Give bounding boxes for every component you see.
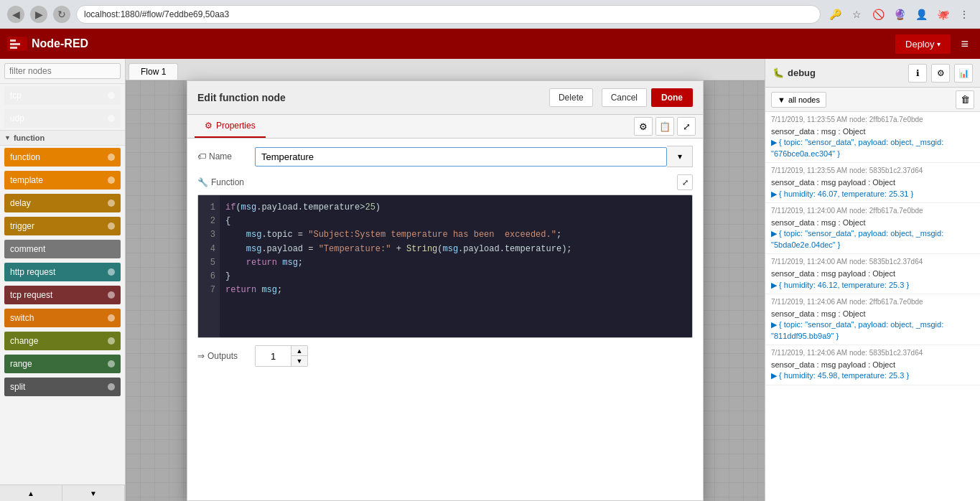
star-icon[interactable]: ☆ — [848, 6, 865, 23]
tab-action-expand[interactable]: ⤢ — [677, 117, 696, 136]
scroll-down-button[interactable]: ▼ — [62, 485, 125, 501]
http-request-node-button[interactable]: http request — [4, 263, 121, 281]
browser-actions: 🔑 ☆ 🚫 🔮 👤 🐙 ⋮ — [826, 6, 973, 23]
line-num-4: 4 — [202, 243, 215, 256]
debug-msg-1-label: sensor_data : msg : Object — [771, 126, 974, 137]
outputs-row: ⇒ Outputs ▲ ▼ — [197, 345, 693, 367]
delay-node-button[interactable]: delay — [4, 194, 121, 212]
key-icon[interactable]: 🔑 — [826, 6, 844, 23]
debug-msg-3-content[interactable]: ▶ { topic: "sensor_data", payload: objec… — [771, 228, 974, 250]
url-bar[interactable]: localhost:1880/#flow/7eddbe69,50aa3 — [76, 5, 821, 24]
refresh-button[interactable]: ↻ — [53, 6, 70, 23]
section-chevron-icon: ▼ — [4, 134, 11, 141]
switch-port-icon — [108, 314, 115, 322]
range-node-button[interactable]: range — [4, 355, 121, 373]
node-item-tcp-request[interactable]: tcp request — [0, 284, 125, 306]
debug-filter-button[interactable]: ⚙ — [931, 64, 950, 83]
code-expand-button[interactable]: ⤢ — [677, 174, 693, 190]
node-item-split[interactable]: split — [0, 375, 125, 398]
outputs-stepper[interactable]: ▲ ▼ — [255, 345, 308, 367]
node-item-delay[interactable]: delay — [0, 192, 125, 215]
trigger-node-button[interactable]: trigger — [4, 217, 121, 235]
github-icon[interactable]: 🐙 — [934, 6, 951, 23]
tab-action-copy[interactable]: 📋 — [655, 117, 674, 136]
debug-msg-4-header: 7/11/2019, 11:24:00 AM node: 5835b1c2.37… — [771, 257, 974, 267]
switch-node-button[interactable]: switch — [4, 309, 121, 327]
tcp-request-node-button[interactable]: tcp request — [4, 286, 121, 304]
debug-messages: 7/11/2019, 11:23:55 AM node: 2ffb617a.7e… — [765, 112, 980, 501]
modal-actions: Delete Cancel Done — [549, 88, 693, 107]
logo-icon — [7, 37, 27, 51]
node-item-http-request[interactable]: http request — [0, 261, 125, 284]
function-node-button[interactable]: function — [4, 148, 121, 167]
node-item-range[interactable]: range — [0, 352, 125, 375]
udp-node-button[interactable]: udp — [4, 109, 121, 128]
trigger-port-icon — [108, 223, 115, 230]
node-item-function[interactable]: function — [0, 146, 125, 169]
hamburger-menu-button[interactable]: ≡ — [956, 34, 973, 55]
node-item-udp[interactable]: udp — [0, 107, 125, 130]
outputs-value-input[interactable] — [256, 346, 291, 366]
debug-msg-2-header: 7/11/2019, 11:23:55 AM node: 5835b1c2.37… — [771, 166, 974, 176]
code-content[interactable]: if(msg.payload.temperature>25) { msg.top… — [220, 195, 692, 337]
outputs-decrement-button[interactable]: ▼ — [291, 356, 307, 366]
change-node-button[interactable]: change — [4, 332, 121, 350]
block-icon[interactable]: 🚫 — [869, 6, 887, 23]
flow-tab[interactable]: Flow 1 — [129, 63, 178, 80]
node-item-switch[interactable]: switch — [0, 306, 125, 329]
back-button[interactable]: ◀ — [7, 6, 24, 23]
node-item-change[interactable]: change — [0, 329, 125, 352]
node-item-trigger[interactable]: trigger — [0, 215, 125, 238]
debug-msg-5-content[interactable]: ▶ { topic: "sensor_data", payload: objec… — [771, 319, 974, 342]
split-node-button[interactable]: split — [4, 378, 121, 396]
debug-chart-button[interactable]: 📊 — [954, 64, 973, 83]
name-suffix-button[interactable]: ▾ — [667, 146, 693, 167]
line-num-2: 2 — [202, 215, 215, 228]
debug-msg-6-content[interactable]: ▶ { humidity: 45.98, temperature: 25.3 } — [771, 370, 974, 381]
debug-info-button[interactable]: ℹ — [908, 64, 927, 83]
more-icon[interactable]: ⋮ — [956, 6, 973, 23]
function-port-icon — [108, 154, 115, 161]
deploy-button[interactable]: Deploy ▾ — [895, 34, 951, 54]
outputs-label: ⇒ Outputs — [197, 351, 255, 361]
filter-icon: ▼ — [778, 95, 785, 104]
node-item-tcp[interactable]: tcp — [0, 84, 125, 107]
comment-node-button[interactable]: comment — [4, 240, 121, 258]
tab-properties-label: Properties — [216, 121, 256, 131]
avatar-icon[interactable]: 👤 — [913, 6, 930, 23]
debug-message-2: 7/11/2019, 11:23:55 AM node: 5835b1c2.37… — [765, 163, 980, 203]
http-request-node-label: http request — [10, 267, 55, 277]
search-input[interactable] — [4, 63, 121, 79]
debug-msg-5-header: 7/11/2019, 11:24:06 AM node: 2ffb617a.7e… — [771, 297, 974, 307]
cancel-button[interactable]: Cancel — [602, 88, 647, 107]
delay-port-icon — [108, 200, 115, 207]
done-button[interactable]: Done — [651, 88, 693, 107]
debug-msg-1-content[interactable]: ▶ { topic: "sensor_data", payload: objec… — [771, 137, 974, 159]
debug-msg-3-label: sensor_data : msg : Object — [771, 217, 974, 228]
node-item-comment[interactable]: comment — [0, 238, 125, 261]
comment-node-label: comment — [10, 244, 45, 254]
split-node-label: split — [10, 382, 25, 392]
name-field-row: 🏷 Name ▾ — [197, 146, 693, 167]
code-editor[interactable]: 1 2 3 4 5 6 7 if(msg.payload.temperature… — [197, 195, 693, 338]
tab-action-settings[interactable]: ⚙ — [634, 117, 653, 136]
debug-msg-4-content[interactable]: ▶ { humidity: 46.12, temperature: 25.3 } — [771, 280, 974, 291]
tcp-node-button[interactable]: tcp — [4, 86, 121, 105]
scroll-up-button[interactable]: ▲ — [0, 485, 62, 501]
template-node-button[interactable]: template — [4, 171, 121, 189]
all-nodes-button[interactable]: ▼ all nodes — [771, 92, 826, 108]
tab-properties[interactable]: ⚙ Properties — [195, 115, 266, 138]
clear-debug-button[interactable]: 🗑 — [956, 90, 974, 109]
section-header-function[interactable]: ▼ function — [0, 130, 125, 146]
debug-msg-2-content[interactable]: ▶ { humidity: 46.07, temperature: 25.31 … — [771, 189, 974, 200]
modal-title: Edit function node — [197, 92, 286, 103]
canvas-content[interactable]: Wirele... Ready Temperatu... — [126, 80, 765, 501]
outputs-increment-button[interactable]: ▲ — [291, 346, 307, 356]
function-node-label: function — [10, 152, 40, 162]
node-item-template[interactable]: template — [0, 169, 125, 192]
template-node-label: template — [10, 175, 43, 185]
forward-button[interactable]: ▶ — [30, 6, 47, 23]
extension-icon[interactable]: 🔮 — [891, 6, 908, 23]
delete-button[interactable]: Delete — [549, 88, 593, 107]
name-input[interactable] — [255, 147, 667, 167]
